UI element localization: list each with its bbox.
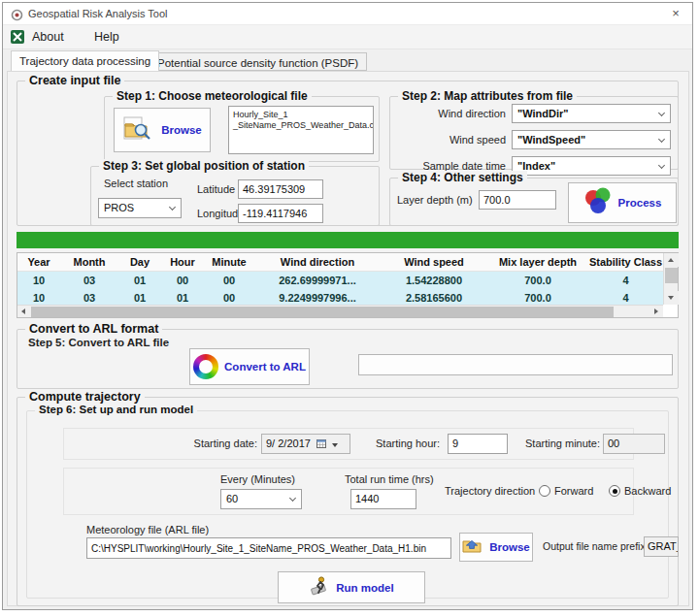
chevron-down-icon	[658, 110, 665, 116]
longitude-field[interactable]: -119.4117946	[238, 204, 323, 223]
total-run-time-label: Total run time (hrs)	[345, 473, 434, 485]
process-label: Process	[618, 197, 662, 209]
chevron-down-icon	[169, 204, 176, 211]
met-arl-file-field[interactable]: C:\HYSPLIT\working\Hourly_Site_1_SiteNam…	[86, 537, 451, 559]
wind-speed-label: Wind speed	[395, 134, 506, 146]
browse-met-file-label: Browse	[161, 124, 202, 136]
scroll-right-icon[interactable]	[649, 306, 663, 317]
about-app-icon	[11, 30, 24, 44]
process-button[interactable]: Process	[568, 182, 677, 223]
wind-direction-select[interactable]: "WindDir"	[512, 104, 671, 123]
station-value: PROS	[104, 202, 134, 213]
chevron-down-icon	[658, 162, 665, 169]
menu-about[interactable]: About	[28, 29, 68, 45]
weather-data-table[interactable]: Year Month Day Hour Minute Wind directio…	[17, 252, 679, 318]
convert-progress-bar	[358, 354, 673, 375]
latitude-field[interactable]: 46.39175309	[238, 179, 323, 199]
cell: 1.54228800	[381, 272, 487, 289]
cell: 00	[161, 272, 204, 289]
folder-arrow-icon	[462, 536, 483, 558]
convert-arl-title: Convert to ARL format	[25, 322, 162, 336]
step4-title: Step 4: Other settings	[398, 171, 527, 184]
close-icon[interactable]: ×	[659, 3, 692, 25]
col-year: Year	[17, 253, 60, 271]
every-minutes-select[interactable]: 60	[220, 489, 302, 509]
step6-title: Step 6: Set up and run model	[35, 404, 197, 415]
met-csv-file-field[interactable]: Hourly_Site_1 _SiteName_PROS_Weather_Dat…	[228, 106, 374, 154]
runner-icon	[309, 575, 330, 600]
cell: 10	[17, 272, 60, 289]
col-stability-class: Stability Class	[588, 253, 663, 271]
layer-depth-label: Layer depth (m)	[397, 194, 473, 206]
scroll-up-icon[interactable]	[664, 253, 679, 267]
total-run-time-field[interactable]: 1440	[350, 489, 416, 509]
calendar-icon	[316, 438, 329, 449]
table-row[interactable]: 10 03 01 00 00 262.69999971... 1.5422880…	[17, 272, 663, 289]
tab-trajectory-data-processing[interactable]: Trajectory data processing	[11, 50, 159, 71]
browse-arl-button[interactable]: Browse	[459, 533, 533, 562]
output-prefix-label: Output file name prefix	[543, 540, 646, 552]
cell: 262.69999971...	[254, 272, 381, 289]
chevron-down-icon	[658, 136, 665, 143]
cell: 01	[118, 272, 161, 289]
starting-hour-field[interactable]: 9	[448, 434, 508, 454]
step1-title: Step 1: Choose meteorological file	[113, 89, 312, 103]
starting-date-picker[interactable]: 9/ 2/2017	[261, 434, 350, 454]
met-csv-file-line2: _SiteName_PROS_Weather_Data.csv	[233, 120, 369, 131]
starting-minute-label: Starting minute:	[525, 438, 600, 449]
wind-speed-value: "WindSpeed"	[517, 134, 585, 146]
select-station-label: Select station	[104, 178, 168, 189]
col-minute: Minute	[204, 253, 254, 271]
forward-radio[interactable]	[539, 485, 550, 497]
scroll-down-icon[interactable]	[664, 291, 679, 305]
col-mix-layer-depth: Mix layer depth	[487, 253, 588, 271]
met-arl-file-label: Meteorology file (ARL file)	[86, 524, 209, 535]
horizontal-scrollbar[interactable]	[17, 305, 663, 317]
browse-arl-label: Browse	[489, 541, 530, 553]
col-month: Month	[60, 253, 118, 271]
cell: 4	[588, 272, 663, 289]
convert-to-arl-label: Convert to ARL	[224, 361, 306, 373]
col-hour: Hour	[161, 253, 204, 271]
horizontal-scroll-thumb[interactable]	[31, 307, 614, 317]
run-model-label: Run model	[336, 582, 393, 594]
station-select[interactable]: PROS	[98, 198, 182, 218]
starting-minute-field[interactable]: 00	[603, 434, 665, 454]
col-wind-speed: Wind speed	[381, 253, 487, 271]
vertical-scroll-thumb[interactable]	[665, 268, 678, 283]
backward-label: Backward	[624, 485, 671, 497]
window-title: Geospatial Risk Analysis Tool	[28, 8, 167, 19]
cell: 700.0	[487, 272, 588, 289]
tab-strip: Trajectory data processing Potential sou…	[3, 49, 692, 72]
wind-direction-label: Wind direction	[395, 108, 506, 119]
convert-to-arl-button[interactable]: Convert to ARL	[189, 348, 310, 385]
met-csv-file-line1: Hourly_Site_1	[233, 110, 369, 120]
col-wind-direction: Wind direction	[254, 253, 381, 271]
starting-date-label: Starting date:	[160, 438, 257, 449]
wind-speed-select[interactable]: "WindSpeed"	[512, 130, 671, 149]
chevron-down-icon	[332, 443, 338, 447]
starting-date-value: 9/ 2/2017	[266, 438, 311, 449]
app-icon	[11, 8, 23, 25]
rainbow-ring-icon	[193, 354, 218, 379]
every-minutes-label: Every (Minutes)	[220, 473, 295, 485]
every-minutes-value: 60	[226, 493, 238, 504]
trajectory-direction-label: Trajectory direction	[445, 485, 535, 497]
layer-depth-field[interactable]: 700.0	[479, 190, 556, 210]
cell: 00	[204, 272, 254, 289]
browse-met-file-button[interactable]: Browse	[114, 108, 211, 152]
backward-radio[interactable]	[609, 485, 620, 497]
menu-bar: About Help	[3, 25, 692, 49]
cell: 03	[60, 272, 118, 289]
step2-title: Step 2: Map attributes from file	[398, 89, 577, 103]
scroll-left-icon[interactable]	[17, 306, 31, 317]
menu-help[interactable]: Help	[90, 29, 123, 45]
tab-psdf[interactable]: Potential source density function (PSDF)	[149, 52, 367, 71]
starting-hour-label: Starting hour:	[376, 438, 440, 449]
sample-date-time-select[interactable]: "Index"	[512, 156, 671, 176]
forward-label: Forward	[554, 485, 593, 497]
vertical-scrollbar[interactable]	[663, 253, 678, 305]
latitude-label: Latitude	[197, 183, 235, 195]
run-model-button[interactable]: Run model	[278, 571, 425, 603]
output-prefix-field[interactable]: GRAT_	[644, 536, 679, 557]
